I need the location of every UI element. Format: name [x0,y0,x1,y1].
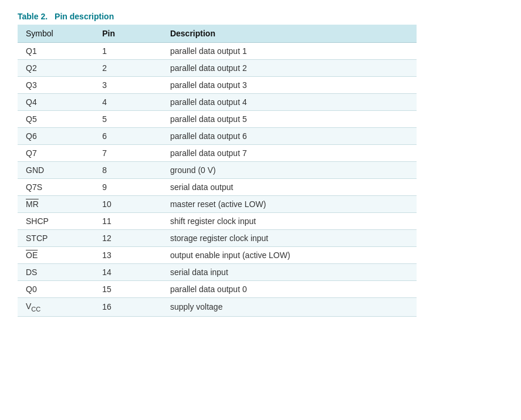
cell-description: parallel data output 2 [162,60,417,77]
table-label: Table 2. [18,12,48,21]
cell-pin: 14 [94,264,162,281]
header-description: Description [162,25,417,43]
cell-symbol: DS [18,264,94,281]
table-row: Q33parallel data output 3 [18,77,417,94]
symbol-text: MR [26,199,39,209]
cell-symbol: STCP [18,230,94,247]
symbol-text: VCC [26,302,40,311]
table-row: SHCP11shift register clock input [18,213,417,230]
cell-pin: 11 [94,213,162,230]
cell-description: serial data input [162,264,417,281]
cell-description: parallel data output 4 [162,94,417,111]
table-header-row: Symbol Pin Description [18,25,417,43]
cell-symbol: Q7 [18,145,94,162]
cell-pin: 7 [94,145,162,162]
cell-symbol: Q3 [18,77,94,94]
pin-description-table: Symbol Pin Description Q11parallel data … [18,25,417,317]
cell-description: shift register clock input [162,213,417,230]
symbol-text: OE [26,250,38,260]
cell-symbol: OE [18,247,94,264]
cell-description: master reset (active LOW) [162,196,417,213]
cell-description: serial data output [162,179,417,196]
cell-description: storage register clock input [162,230,417,247]
cell-symbol: Q4 [18,94,94,111]
table-row: Q44parallel data output 4 [18,94,417,111]
cell-pin: 6 [94,128,162,145]
subscript-text: CC [31,306,40,313]
table-row: Q22parallel data output 2 [18,60,417,77]
cell-pin: 2 [94,60,162,77]
cell-symbol: Q6 [18,128,94,145]
cell-symbol: Q0 [18,281,94,298]
table-row: Q66parallel data output 6 [18,128,417,145]
cell-pin: 15 [94,281,162,298]
cell-pin: 3 [94,77,162,94]
table-row: GND8ground (0 V) [18,162,417,179]
cell-pin: 8 [94,162,162,179]
cell-description: parallel data output 6 [162,128,417,145]
cell-description: supply voltage [162,298,417,317]
table-row: Q77parallel data output 7 [18,145,417,162]
table-row: STCP12storage register clock input [18,230,417,247]
header-symbol: Symbol [18,25,94,43]
cell-pin: 13 [94,247,162,264]
table-title-row: Table 2. Pin description [18,12,503,21]
table-row: Q11parallel data output 1 [18,43,417,60]
table-row: DS14serial data input [18,264,417,281]
cell-description: parallel data output 1 [162,43,417,60]
cell-pin: 4 [94,94,162,111]
cell-symbol: Q7S [18,179,94,196]
table-row: OE13output enable input (active LOW) [18,247,417,264]
cell-pin: 9 [94,179,162,196]
cell-symbol: GND [18,162,94,179]
cell-symbol: Q2 [18,60,94,77]
cell-pin: 12 [94,230,162,247]
cell-pin: 10 [94,196,162,213]
cell-symbol: Q1 [18,43,94,60]
cell-pin: 1 [94,43,162,60]
cell-description: parallel data output 0 [162,281,417,298]
table-row: MR10master reset (active LOW) [18,196,417,213]
cell-description: ground (0 V) [162,162,417,179]
table-row: Q7S9serial data output [18,179,417,196]
cell-description: parallel data output 7 [162,145,417,162]
cell-description: output enable input (active LOW) [162,247,417,264]
cell-description: parallel data output 5 [162,111,417,128]
cell-description: parallel data output 3 [162,77,417,94]
table-row: Q55parallel data output 5 [18,111,417,128]
cell-symbol: SHCP [18,213,94,230]
table-row: Q015parallel data output 0 [18,281,417,298]
cell-symbol: MR [18,196,94,213]
cell-symbol: VCC [18,298,94,317]
cell-pin: 16 [94,298,162,317]
table-title: Pin description [55,12,114,21]
cell-pin: 5 [94,111,162,128]
cell-symbol: Q5 [18,111,94,128]
header-pin: Pin [94,25,162,43]
table-row: VCC16supply voltage [18,298,417,317]
